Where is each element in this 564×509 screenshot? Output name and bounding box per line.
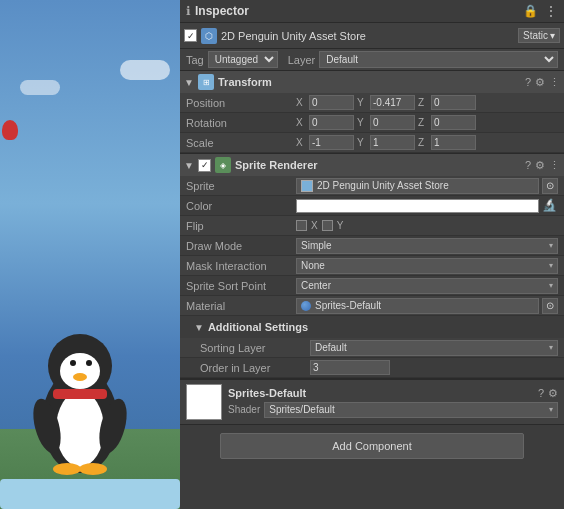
- color-row: Color 🔬: [180, 196, 564, 216]
- sprite-renderer-title: Sprite Renderer: [235, 159, 521, 171]
- sprite-renderer-section: ▼ ◈ Sprite Renderer ? ⚙ ⋮ Sprite 2D Peng…: [180, 154, 564, 379]
- lock-icon[interactable]: 🔒: [523, 4, 538, 18]
- rot-x-input[interactable]: [309, 115, 354, 130]
- svg-point-11: [53, 463, 81, 475]
- static-button[interactable]: Static ▾: [518, 28, 560, 43]
- static-label: Static: [523, 30, 548, 41]
- sorting-layer-value: Default: [315, 342, 347, 353]
- position-row: Position X Y Z: [180, 93, 564, 113]
- sprite-asset-name: 2D Penguin Unity Asset Store: [317, 180, 449, 191]
- transform-title: Transform: [218, 76, 521, 88]
- rot-z-input[interactable]: [431, 115, 476, 130]
- additional-settings-arrow-icon: ▼: [194, 322, 204, 333]
- inspector-scroll-area[interactable]: ⬡ 2D Penguin Unity Asset Store Static ▾ …: [180, 23, 564, 509]
- transform-section: ▼ ⊞ Transform ? ⚙ ⋮ Position X Y Z: [180, 71, 564, 154]
- scale-x-label: X: [296, 137, 306, 148]
- transform-help-icon[interactable]: ?: [525, 76, 531, 88]
- transform-section-header[interactable]: ▼ ⊞ Transform ? ⚙ ⋮: [180, 71, 564, 93]
- order-in-layer-input[interactable]: [310, 360, 390, 375]
- scale-y-input[interactable]: [370, 135, 415, 150]
- layer-label: Layer: [288, 54, 316, 66]
- mask-interaction-dropdown[interactable]: None ▾: [296, 258, 558, 274]
- sorting-layer-arrow-icon: ▾: [549, 343, 553, 352]
- transform-icon: ⊞: [198, 74, 214, 90]
- scale-z-input[interactable]: [431, 135, 476, 150]
- sprite-sort-point-value: Center: [301, 280, 331, 291]
- menu-dots-icon[interactable]: ⋮: [544, 3, 558, 19]
- inspector-icon: ℹ: [186, 4, 191, 18]
- draw-mode-row: Draw Mode Simple ▾: [180, 236, 564, 256]
- transform-menu-icon[interactable]: ⋮: [549, 76, 560, 89]
- draw-mode-arrow-icon: ▾: [549, 241, 553, 250]
- flip-y-label: Y: [337, 220, 344, 231]
- mask-interaction-arrow-icon: ▾: [549, 261, 553, 270]
- flip-x-checkbox[interactable]: [296, 220, 307, 231]
- rot-y-input[interactable]: [370, 115, 415, 130]
- eyedropper-icon[interactable]: 🔬: [542, 198, 558, 214]
- mask-interaction-label: Mask Interaction: [186, 260, 296, 272]
- color-value-area: 🔬: [296, 198, 558, 214]
- object-row: ⬡ 2D Penguin Unity Asset Store Static ▾: [180, 23, 564, 49]
- draw-mode-dropdown[interactable]: Simple ▾: [296, 238, 558, 254]
- pos-x-input[interactable]: [309, 95, 354, 110]
- rotation-value: X Y Z: [296, 115, 558, 130]
- transform-settings-icon[interactable]: ⚙: [535, 76, 545, 89]
- object-active-checkbox[interactable]: [184, 29, 197, 42]
- sorting-layer-row: Sorting Layer Default ▾: [180, 338, 564, 358]
- penguin-sprite: [25, 321, 145, 481]
- add-component-button[interactable]: Add Component: [220, 433, 524, 459]
- sprite-asset[interactable]: 2D Penguin Unity Asset Store: [296, 178, 539, 194]
- tag-select[interactable]: Untagged: [208, 51, 278, 68]
- draw-mode-label: Draw Mode: [186, 240, 296, 252]
- pos-y-label: Y: [357, 97, 367, 108]
- inspector-title: Inspector: [195, 4, 249, 18]
- svg-point-1: [56, 391, 104, 467]
- rot-x-label: X: [296, 117, 306, 128]
- scale-x-input[interactable]: [309, 135, 354, 150]
- color-label: Color: [186, 200, 296, 212]
- layer-select[interactable]: Default: [319, 51, 558, 68]
- sprite-sort-point-row: Sprite Sort Point Center ▾: [180, 276, 564, 296]
- flip-value-area: X Y: [296, 220, 558, 231]
- flip-y-checkbox[interactable]: [322, 220, 333, 231]
- sprite-renderer-header[interactable]: ▼ ◈ Sprite Renderer ? ⚙ ⋮: [180, 154, 564, 176]
- sprites-shader-dropdown[interactable]: Sprites/Default ▾: [264, 402, 558, 418]
- scale-value: X Y Z: [296, 135, 558, 150]
- sprites-default-name: Sprites-Default: [228, 387, 306, 399]
- sprite-renderer-settings-icon[interactable]: ⚙: [535, 159, 545, 172]
- sorting-layer-label: Sorting Layer: [200, 342, 310, 354]
- additional-settings-header[interactable]: ▼ Additional Settings: [180, 316, 564, 338]
- additional-settings-title: Additional Settings: [208, 321, 308, 333]
- sprites-default-settings-icon[interactable]: ⚙: [548, 387, 558, 400]
- pos-z-input[interactable]: [431, 95, 476, 110]
- sprite-renderer-help-icon[interactable]: ?: [525, 159, 531, 171]
- sprite-renderer-checkbox[interactable]: [198, 159, 211, 172]
- inspector-panel: ℹ Inspector 🔒 ⋮ ⬡ 2D Penguin Unity Asset…: [180, 0, 564, 509]
- sprite-pick-button[interactable]: ⊙: [542, 178, 558, 194]
- add-component-label: Add Component: [332, 440, 412, 452]
- sprites-default-info: Sprites-Default ? ⚙ Shader Sprites/Defau…: [228, 387, 558, 418]
- draw-mode-value-area: Simple ▾: [296, 238, 558, 254]
- sprite-label: Sprite: [186, 180, 296, 192]
- sprite-renderer-arrow-icon: ▼: [184, 160, 194, 171]
- color-swatch[interactable]: [296, 199, 539, 213]
- material-icon: [301, 301, 311, 311]
- sprites-default-help-icon[interactable]: ?: [538, 387, 544, 400]
- position-value: X Y Z: [296, 95, 558, 110]
- position-label: Position: [186, 97, 296, 109]
- cloud1: [120, 60, 170, 80]
- sprite-renderer-menu-icon[interactable]: ⋮: [549, 159, 560, 172]
- static-dropdown-arrow[interactable]: ▾: [550, 30, 555, 41]
- material-row: Material Sprites-Default ⊙: [180, 296, 564, 316]
- sprite-sort-point-label: Sprite Sort Point: [186, 280, 296, 292]
- rotation-label: Rotation: [186, 117, 296, 129]
- material-pick-button[interactable]: ⊙: [542, 298, 558, 314]
- material-asset[interactable]: Sprites-Default: [296, 298, 539, 314]
- svg-rect-13: [53, 389, 107, 399]
- pos-y-input[interactable]: [370, 95, 415, 110]
- sprites-shader-arrow-icon: ▾: [549, 405, 553, 414]
- sprite-sort-point-dropdown[interactable]: Center ▾: [296, 278, 558, 294]
- draw-mode-value: Simple: [301, 240, 332, 251]
- cloud2: [20, 80, 60, 95]
- sorting-layer-dropdown[interactable]: Default ▾: [310, 340, 558, 356]
